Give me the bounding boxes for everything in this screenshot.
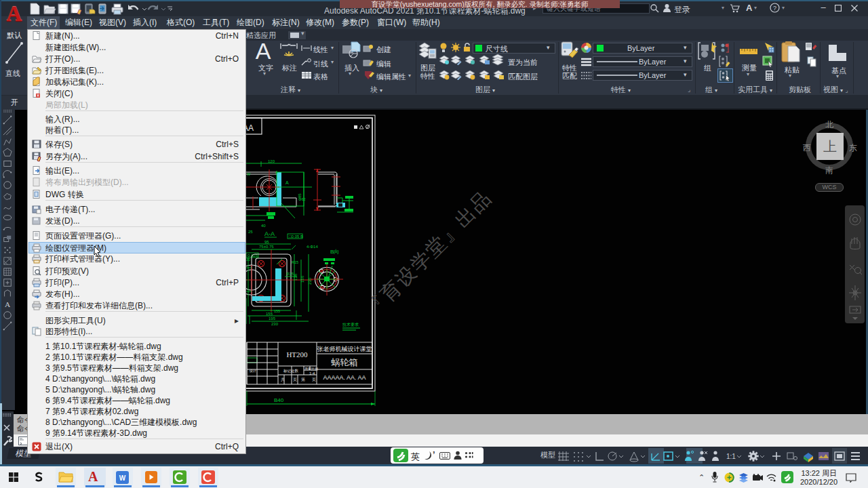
svg-text:120: 120 — [268, 159, 275, 163]
svg-text:155: 155 — [266, 312, 273, 316]
svg-text:B40: B40 — [274, 397, 284, 403]
svg-text:1:1: 1:1 — [726, 453, 736, 460]
svg-text:第: 第 — [301, 378, 305, 382]
svg-text:□0.05 B: □0.05 B — [289, 235, 303, 239]
svg-text:156: 156 — [300, 275, 304, 283]
svg-text:张老师机械设计课堂: 张老师机械设计课堂 — [317, 346, 372, 352]
svg-text:Φ62: Φ62 — [298, 197, 306, 201]
svg-text:R15: R15 — [292, 260, 298, 264]
svg-text:A: A — [5, 300, 11, 308]
svg-text:230: 230 — [271, 322, 279, 326]
svg-text:40: 40 — [261, 224, 266, 228]
svg-text:共: 共 — [281, 378, 285, 382]
svg-text:195: 195 — [269, 317, 276, 321]
svg-text:138: 138 — [294, 273, 298, 281]
svg-text:质量: 质量 — [304, 367, 311, 371]
svg-text:95: 95 — [264, 240, 269, 244]
svg-text:页: 页 — [312, 378, 316, 382]
svg-text:A-A: A-A — [264, 230, 275, 237]
svg-text:75±0.75: 75±0.75 — [259, 245, 274, 249]
svg-text:30: 30 — [246, 258, 250, 262]
svg-text:1:4: 1:4 — [309, 371, 315, 375]
svg-text:25: 25 — [248, 230, 253, 234]
svg-text:4-Φ14: 4-Φ14 — [307, 245, 318, 249]
svg-text:A: A — [285, 180, 289, 185]
svg-text:A: A — [275, 170, 278, 174]
svg-text:W: W — [247, 172, 251, 176]
svg-text:155: 155 — [274, 309, 280, 313]
svg-text:R15: R15 — [286, 272, 294, 276]
svg-text:HT200: HT200 — [286, 350, 308, 359]
svg-text:?: ? — [773, 5, 776, 12]
svg-text:页: 页 — [293, 378, 297, 382]
svg-text:蜗轮箱: 蜗轮箱 — [332, 357, 358, 367]
svg-text:标记处数: 标记处数 — [283, 369, 299, 373]
svg-text:设计: 设计 — [249, 369, 256, 373]
svg-text:W: W — [119, 474, 126, 482]
svg-text:AAAAA. AA. AA: AAAAA. AA. AA — [323, 374, 366, 381]
